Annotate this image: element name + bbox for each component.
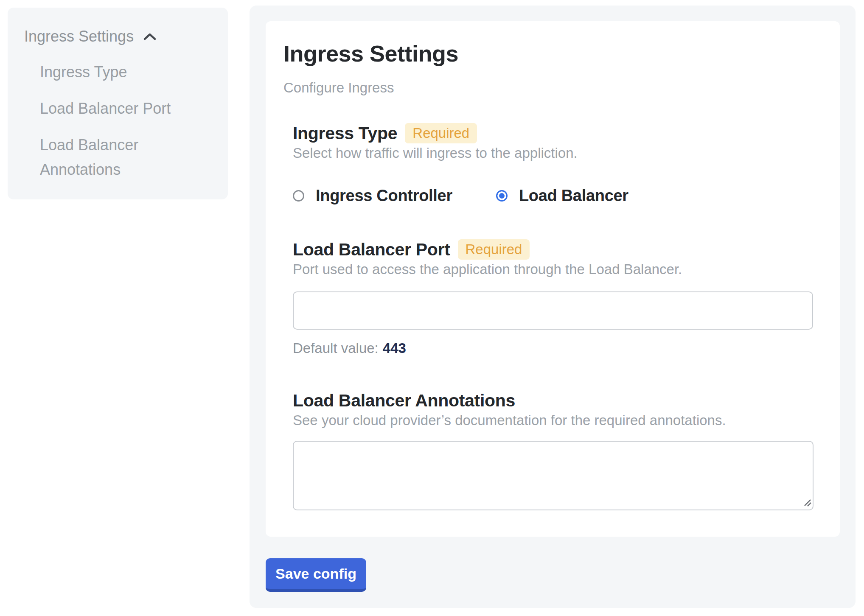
settings-nav: Ingress Settings Ingress Type Load Balan… <box>8 8 228 199</box>
field-ingress-type-header: Ingress Type Required <box>293 123 813 144</box>
field-load-balancer-annotations-header: Load Balancer Annotations <box>293 390 813 411</box>
page-title: Ingress Settings <box>283 40 813 67</box>
page-subtitle: Configure Ingress <box>283 79 813 96</box>
field-label: Load Balancer Port <box>293 239 450 260</box>
required-badge: Required <box>405 123 477 143</box>
field-ingress-type: Ingress Type Required Select how traffic… <box>293 123 813 206</box>
field-load-balancer-annotations: Load Balancer Annotations See your cloud… <box>293 390 813 510</box>
required-badge: Required <box>458 239 530 260</box>
nav-item-load-balancer-port[interactable]: Load Balancer Port <box>40 96 198 121</box>
save-config-button[interactable]: Save config <box>266 558 366 592</box>
settings-panel: Ingress Settings Configure Ingress Ingre… <box>250 6 856 608</box>
resize-handle-icon[interactable] <box>802 497 811 508</box>
radio-unchecked-icon[interactable] <box>293 190 304 202</box>
ingress-type-options: Ingress Controller Load Balancer <box>293 185 813 206</box>
radio-option-load-balancer[interactable]: Load Balancer <box>496 185 628 206</box>
field-label: Ingress Type <box>293 123 397 144</box>
radio-option-ingress-controller[interactable]: Ingress Controller <box>293 185 452 206</box>
field-label: Load Balancer Annotations <box>293 390 515 411</box>
nav-group-label: Ingress Settings <box>24 27 134 46</box>
chevron-up-icon[interactable] <box>143 27 157 46</box>
field-load-balancer-port-header: Load Balancer Port Required <box>293 239 813 260</box>
radio-label: Load Balancer <box>519 185 628 206</box>
load-balancer-port-input[interactable] <box>293 291 813 330</box>
nav-item-ingress-type[interactable]: Ingress Type <box>40 60 198 84</box>
nav-group-ingress-settings[interactable]: Ingress Settings <box>24 27 215 46</box>
load-balancer-annotations-textarea[interactable] <box>293 441 814 510</box>
field-description: Select how traffic will ingress to the a… <box>293 145 813 162</box>
form-fields: Ingress Type Required Select how traffic… <box>293 123 813 510</box>
ingress-settings-card: Ingress Settings Configure Ingress Ingre… <box>266 21 840 537</box>
field-description: Port used to access the application thro… <box>293 261 813 278</box>
nav-items: Ingress Type Load Balancer Port Load Bal… <box>40 60 198 182</box>
radio-checked-icon[interactable] <box>496 190 508 202</box>
nav-item-load-balancer-annotations[interactable]: Load Balancer Annotations <box>40 133 198 182</box>
radio-label: Ingress Controller <box>316 185 452 206</box>
field-description: See your cloud provider’s documentation … <box>293 412 813 429</box>
default-value-label: Default value: <box>293 340 379 356</box>
annotations-textarea-wrap <box>293 441 814 510</box>
default-value: 443 <box>383 340 406 356</box>
default-value-line: Default value:443 <box>293 340 813 357</box>
field-load-balancer-port: Load Balancer Port Required Port used to… <box>293 239 813 357</box>
